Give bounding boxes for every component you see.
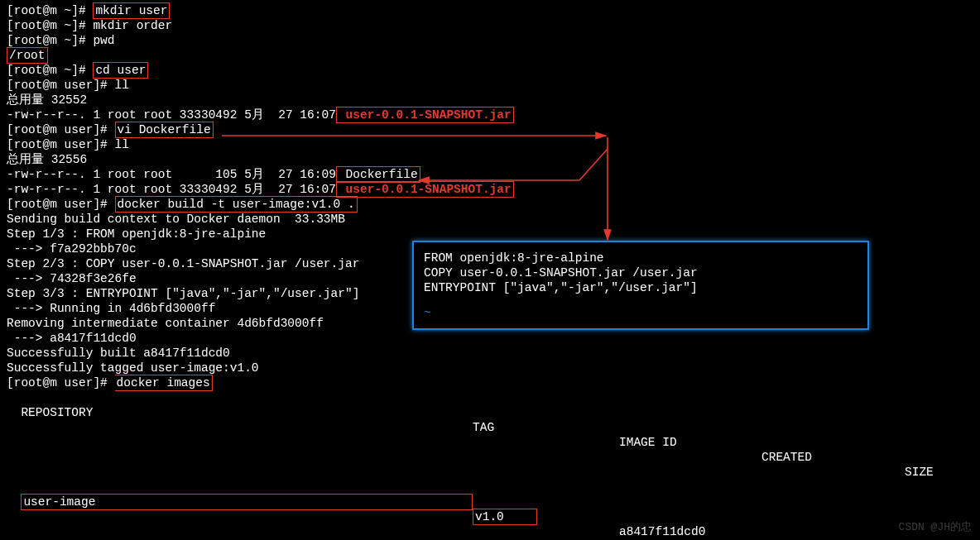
highlight-row-repo: user-image xyxy=(21,494,473,510)
terminal-line: [root@m user]# docker images xyxy=(7,375,973,390)
editor-tilde: ~ xyxy=(424,305,858,320)
terminal-line: /root xyxy=(7,48,973,63)
terminal-line: [root@m ~]# cd user xyxy=(7,63,973,78)
terminal-line: [root@m user]# vi Dockerfile xyxy=(7,122,973,137)
terminal-line: ---> a8417f11dcd0 xyxy=(7,331,973,346)
terminal-line: -rw-r--r--. 1 root root 105 5月 27 16:09 … xyxy=(7,167,973,182)
table-row: user-image v1.0 a8417f11dcd0 3 seconds a… xyxy=(7,480,973,540)
highlight-build: docker build -t user-image:v1.0 . xyxy=(115,196,358,213)
editor-line: FROM openjdk:8-jre-alpine xyxy=(424,251,858,265)
highlight-mkdir-user: mkdir user xyxy=(93,2,170,19)
terminal-line: 总用量 32552 xyxy=(7,93,973,108)
terminal-line: Step 1/3 : FROM openjdk:8-jre-alpine xyxy=(7,227,973,241)
highlight-cd-user: cd user xyxy=(93,62,148,79)
terminal-line: Successfully tagged user-image:v1.0 xyxy=(7,361,973,375)
highlight-row-tag: v1.0 xyxy=(473,509,537,525)
terminal-line: Sending build context to Docker daemon 3… xyxy=(7,212,973,227)
terminal-line: [root@m ~]# mkdir user xyxy=(7,3,973,18)
terminal-line: [root@m ~]# mkdir order xyxy=(7,18,973,33)
terminal-line: [root@m user]# docker build -t user-imag… xyxy=(7,197,973,212)
terminal-line: [root@m ~]# pwd xyxy=(7,33,973,48)
editor-line: COPY user-0.0.1-SNAPSHOT.jar /user.jar xyxy=(424,265,858,280)
terminal-line: [root@m user]# ll xyxy=(7,137,973,152)
highlight-images: docker images xyxy=(115,375,213,391)
terminal-line: -rw-r--r--. 1 root root 33330492 5月 27 1… xyxy=(7,182,973,197)
terminal-line: Successfully built a8417f11dcd0 xyxy=(7,346,973,361)
highlight-jar-2: user-0.0.1-SNAPSHOT.jar xyxy=(336,181,514,198)
terminal-line: -rw-r--r--. 1 root root 33330492 5月 27 1… xyxy=(7,108,973,122)
highlight-jar-1: user-0.0.1-SNAPSHOT.jar xyxy=(336,107,514,123)
terminal-line: 总用量 32556 xyxy=(7,152,973,167)
table-header: REPOSITORY TAG IMAGE ID CREATED SIZE xyxy=(7,390,973,480)
highlight-pwd-out: /root xyxy=(7,47,48,64)
highlight-vi: vi Dockerfile xyxy=(115,122,214,138)
terminal-line: [root@m user]# ll xyxy=(7,78,973,93)
editor-panel: FROM openjdk:8-jre-alpine COPY user-0.0.… xyxy=(412,241,869,330)
watermark: CSDN @JH的忠 xyxy=(899,520,972,535)
highlight-dockerfile: Dockerfile xyxy=(336,166,420,183)
editor-line: ENTRYPOINT ["java","-jar","/user.jar"] xyxy=(424,280,858,295)
